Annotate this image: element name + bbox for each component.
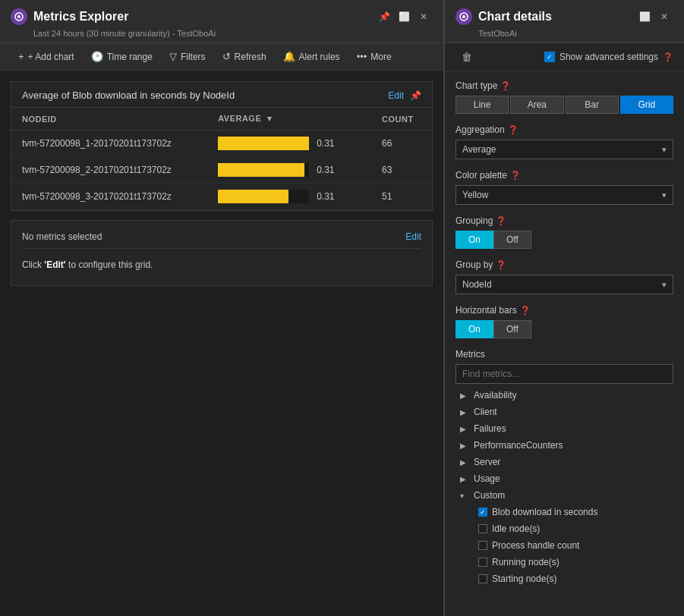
metric-checkbox[interactable]	[478, 524, 487, 533]
color-palette-label: Color palette ❓	[455, 170, 673, 181]
chart-type-btn-area[interactable]: Area	[510, 96, 563, 114]
help-icon[interactable]: ❓	[663, 52, 673, 62]
cell-average: 0.31	[207, 184, 371, 210]
list-item[interactable]: Starting node(s)	[474, 570, 673, 587]
right-header: Chart details ⬜ ✕ TestOboAi	[445, 0, 684, 43]
metric-checkbox[interactable]	[478, 541, 487, 550]
list-item[interactable]: Idle node(s)	[474, 520, 673, 537]
right-content: Chart type ❓ LineAreaBarGrid Aggregation…	[445, 71, 684, 616]
chart-title-1: Average of Blob download in seconds by N…	[22, 90, 235, 101]
left-header: Metrics Explorer 📌 ⬜ ✕ Last 24 hours (30…	[0, 0, 443, 43]
alert-rules-button[interactable]: 🔔 Alert rules	[276, 48, 348, 65]
pin-chart-icon-1[interactable]: 📌	[410, 90, 421, 101]
table-row: tvm-57200098_3-20170201t173702z 0.31 51	[11, 184, 432, 210]
filters-button[interactable]: ▽ Filters	[162, 48, 213, 65]
no-metrics-text: No metrics selected	[22, 231, 102, 242]
right-panel: Chart details ⬜ ✕ TestOboAi 🗑 ✓ Show adv…	[444, 0, 684, 616]
app-title: Metrics Explorer	[33, 10, 128, 24]
right-app-icon	[455, 8, 472, 25]
chart-type-btn-bar[interactable]: Bar	[566, 96, 619, 114]
app-icon	[11, 8, 27, 25]
cell-nodeid: tvm-57200098_3-20170201t173702z	[11, 184, 207, 210]
metric-checkbox[interactable]	[478, 558, 487, 567]
svg-point-3	[462, 15, 465, 18]
grouping-off-button[interactable]: Off	[493, 231, 531, 249]
chart-type-label: Chart type ❓	[455, 80, 673, 91]
chart-header-1: Average of Blob download in seconds by N…	[11, 82, 432, 108]
time-range-button[interactable]: 🕐 Time range	[84, 48, 160, 65]
content-area: Average of Blob download in seconds by N…	[0, 71, 443, 616]
sort-icon: ▾	[267, 114, 273, 123]
tree-expand-icon: ▶	[460, 442, 469, 450]
left-subtitle: Last 24 hours (30 minute granularity) - …	[33, 29, 433, 38]
color-palette-dropdown[interactable]: Yellow ▾	[455, 185, 673, 205]
right-toolbar: 🗑 ✓ Show advanced settings ❓	[445, 43, 684, 71]
chart-type-help-icon[interactable]: ❓	[500, 81, 511, 91]
metrics-tree-item[interactable]: ▶Server	[455, 454, 673, 470]
show-advanced-label[interactable]: Show advanced settings	[559, 52, 658, 62]
col-count: COUNT	[371, 108, 432, 130]
list-item[interactable]: Process handle count	[474, 537, 673, 554]
metrics-tree-item[interactable]: ▶Availability	[455, 387, 673, 404]
metric-checkbox[interactable]: ✓	[478, 508, 487, 517]
list-item[interactable]: Running node(s)	[474, 554, 673, 570]
tree-expand-icon: ▶	[460, 458, 469, 467]
metrics-section: Metrics ▶Availability▶Client▶Failures▶Pe…	[455, 349, 673, 587]
data-table-1: NODEID AVERAGE ▾ COUNT tvm-57200098_1-20…	[11, 108, 432, 210]
chart-type-btn-line[interactable]: Line	[455, 96, 509, 114]
horizontal-bars-help-icon[interactable]: ❓	[520, 306, 531, 316]
delete-button[interactable]: 🗑	[455, 48, 478, 66]
metrics-tree-item[interactable]: ▶Client	[455, 404, 673, 420]
metric-checkbox[interactable]	[478, 574, 487, 583]
aggregation-help-icon[interactable]: ❓	[508, 125, 519, 135]
right-maximize-icon[interactable]: ⬜	[635, 8, 654, 26]
color-palette-arrow: ▾	[662, 190, 667, 200]
chart-section-1: Average of Blob download in seconds by N…	[11, 81, 433, 211]
more-button[interactable]: ••• More	[349, 48, 399, 65]
cell-count: 63	[371, 157, 432, 184]
chart-type-btn-grid[interactable]: Grid	[620, 96, 673, 114]
no-metrics-edit-link[interactable]: Edit	[405, 231, 421, 242]
show-advanced-checkbox[interactable]: ✓	[544, 52, 555, 62]
grouping-toggle: On Off	[455, 231, 673, 249]
cell-count: 51	[371, 184, 432, 210]
metrics-sub-list: ✓Blob download in secondsIdle node(s)Pro…	[455, 504, 673, 587]
metrics-tree-item[interactable]: ▶Usage	[455, 470, 673, 487]
tree-expand-icon: ▶	[460, 475, 469, 483]
aggregation-label: Aggregation ❓	[455, 124, 673, 135]
right-title: Chart details	[478, 10, 552, 24]
horizontal-bars-toggle: On Off	[455, 320, 673, 338]
group-by-dropdown[interactable]: NodeId ▾	[455, 275, 673, 294]
refresh-button[interactable]: ↺ Refresh	[215, 48, 274, 65]
add-chart-button[interactable]: + + Add chart	[11, 48, 82, 65]
metrics-tree-item[interactable]: ▶PerformanceCounters	[455, 437, 673, 454]
list-item[interactable]: ✓Blob download in seconds	[474, 504, 673, 520]
chart-edit-link-1[interactable]: Edit	[388, 90, 404, 101]
aggregation-arrow: ▾	[662, 145, 667, 155]
clock-icon: 🕐	[91, 51, 103, 62]
maximize-icon[interactable]: ⬜	[395, 8, 413, 26]
horizontal-bars-label: Horizontal bars ❓	[455, 305, 673, 316]
close-icon[interactable]: ✕	[414, 8, 433, 26]
right-close-icon[interactable]: ✕	[655, 8, 673, 26]
grouping-on-button[interactable]: On	[455, 231, 493, 249]
color-palette-help-icon[interactable]: ❓	[510, 171, 521, 181]
col-average[interactable]: AVERAGE ▾	[207, 108, 371, 130]
aggregation-dropdown[interactable]: Average ▾	[455, 140, 673, 159]
pin-icon[interactable]: 📌	[375, 8, 393, 26]
metrics-tree-item[interactable]: ▾Custom	[455, 487, 673, 504]
table-row: tvm-57200098_1-20170201t173702z 0.31 66	[11, 130, 432, 157]
grouping-help-icon[interactable]: ❓	[496, 216, 506, 226]
group-by-label: Group by ❓	[455, 259, 673, 270]
cell-nodeid: tvm-57200098_2-20170201t173702z	[11, 157, 207, 184]
right-subtitle: TestOboAi	[478, 29, 673, 38]
group-by-help-icon[interactable]: ❓	[496, 260, 506, 270]
metrics-label: Metrics	[455, 349, 673, 360]
metrics-search-input[interactable]	[455, 364, 673, 384]
chart-type-buttons: LineAreaBarGrid	[455, 96, 673, 114]
configure-hint: Click 'Edit' to configure this grid.	[22, 249, 421, 275]
horizontal-bars-on-button[interactable]: On	[455, 320, 493, 338]
horizontal-bars-off-button[interactable]: Off	[493, 320, 531, 338]
metrics-tree-item[interactable]: ▶Failures	[455, 420, 673, 437]
cell-average: 0.31	[207, 130, 371, 157]
